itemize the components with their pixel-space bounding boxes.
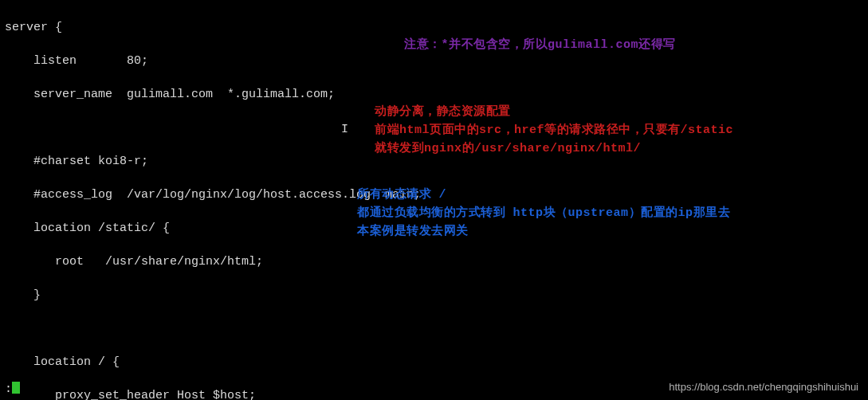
annotation-blue-line1: 所有动态请求 / <box>357 186 446 203</box>
text-cursor-icon: I <box>341 121 348 138</box>
code-line: server_name gulimall.com *.gulimall.com; <box>5 86 450 103</box>
vim-prompt[interactable]: : <box>5 381 20 398</box>
prompt-colon: : <box>5 382 12 396</box>
cursor-block-icon <box>12 382 20 394</box>
annotation-blue-line2: 都通过负载均衡的方式转到 http块（upstream）配置的ip那里去 <box>357 205 730 222</box>
watermark-text: https://blog.csdn.net/chengqingshihuishu… <box>669 378 858 395</box>
annotation-red-line2: 前端html页面中的src，href等的请求路径中，只要有/static <box>375 122 733 139</box>
code-line: location / { <box>5 354 450 371</box>
annotation-red-line1: 动静分离，静态资源配置 <box>375 104 511 120</box>
annotation-red-line3: 就转发到nginx的/usr/share/nginx/html/ <box>375 140 641 157</box>
code-line <box>5 320 450 337</box>
code-line: server { <box>5 19 450 36</box>
code-line: listen 80; <box>5 53 450 69</box>
annotation-purple: 注意：*并不包含空，所以gulimall.com还得写 <box>404 37 676 53</box>
annotation-blue-line3: 本案例是转发去网关 <box>357 223 469 240</box>
code-line: } <box>5 287 450 304</box>
code-line: root /usr/share/nginx/html; <box>5 253 450 270</box>
code-line: proxy_set_header Host $host; <box>5 387 450 400</box>
